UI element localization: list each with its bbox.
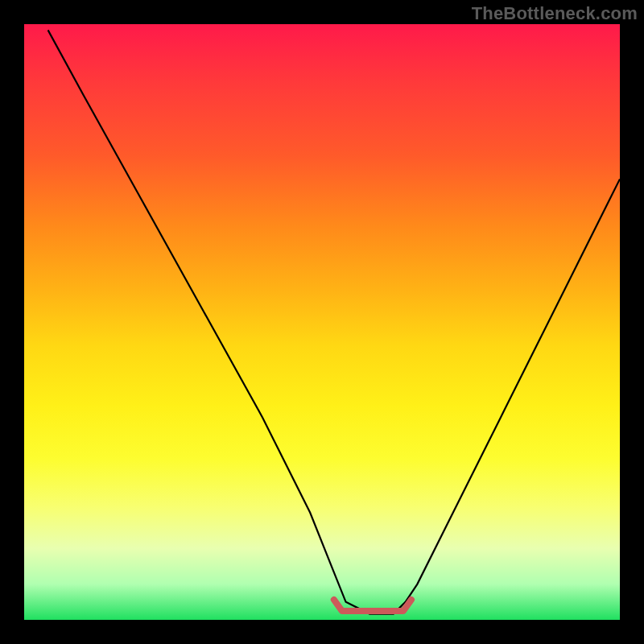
watermark-text: TheBottleneck.com xyxy=(472,3,638,24)
chart-container: TheBottleneck.com xyxy=(0,0,644,644)
chart-svg xyxy=(24,24,620,620)
bottleneck-curve xyxy=(48,30,620,613)
plot-area xyxy=(24,24,620,620)
